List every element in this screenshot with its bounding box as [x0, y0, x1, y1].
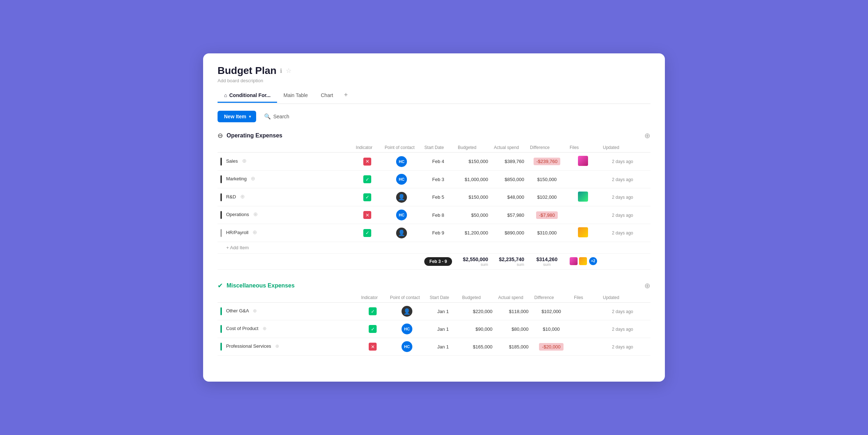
indicator-rd: ✓: [353, 188, 382, 206]
updated-sales: 2 days ago: [600, 153, 636, 171]
add-col-ga[interactable]: ⊕: [253, 308, 257, 313]
updated-cost: 2 days ago: [600, 320, 636, 338]
board-title: Budget Plan: [218, 65, 276, 76]
misc-toggle[interactable]: ✔: [218, 282, 223, 290]
indicator-green: ✓: [363, 175, 371, 183]
indicator-ga: ✓: [358, 303, 387, 320]
search-button[interactable]: 🔍 Search: [260, 110, 293, 123]
tab-conditional-label: Conditional For...: [229, 92, 270, 98]
search-icon: 🔍: [264, 113, 271, 120]
row-bar: [220, 211, 222, 219]
tab-add[interactable]: +: [339, 88, 352, 104]
operating-section-header: ⊖ Operating Expenses ⊕: [218, 131, 650, 140]
contact-ops: HC: [382, 206, 421, 224]
col-date-header: Start Date: [421, 143, 455, 153]
operating-toggle[interactable]: ⊖: [218, 132, 223, 140]
add-item-row[interactable]: + Add Item: [218, 242, 650, 254]
indicator-sales: ✕: [353, 153, 382, 171]
tab-chart[interactable]: Chart: [314, 89, 339, 103]
indicator-red: ✕: [369, 343, 377, 351]
add-col-prof[interactable]: ⊕: [275, 343, 279, 349]
row-name-marketing[interactable]: Marketing ⊕: [218, 171, 353, 188]
row-name-other-ga[interactable]: Other G&A ⊕: [218, 303, 358, 320]
date-hr: Feb 9: [421, 224, 455, 242]
avatar-dark: 👤: [402, 306, 412, 317]
budgeted-marketing: $1,000,000: [455, 171, 491, 188]
actual-hr: $890,000: [491, 224, 527, 242]
contact-prof: HC: [387, 338, 427, 356]
operating-table-header: Indicator Point of contact Start Date Bu…: [218, 143, 650, 153]
add-col-marketing[interactable]: ⊕: [251, 175, 255, 181]
budgeted-prof: $165,000: [459, 338, 495, 356]
table-row: Sales ⊕ ✕ HC Feb 4 $150,000 $389,760 -$2…: [218, 153, 650, 171]
tab-chart-label: Chart: [321, 92, 333, 98]
col-indicator-header: Indicator: [353, 143, 382, 153]
date-prof: Jan 1: [427, 338, 459, 356]
contact-cost: HC: [387, 320, 427, 338]
search-label: Search: [273, 114, 289, 119]
add-item-text[interactable]: + Add Item: [226, 245, 249, 250]
misc-section-title: Miscellaneous Expenses: [227, 282, 295, 289]
add-col-rd[interactable]: ⊕: [240, 193, 245, 199]
info-icon[interactable]: ℹ: [280, 67, 282, 74]
diff-badge-neg: -$7,980: [536, 211, 558, 219]
home-icon: ⌂: [224, 92, 227, 98]
actual-ga: $118,000: [495, 303, 531, 320]
row-name-prof[interactable]: Professional Services ⊕: [218, 338, 358, 356]
add-col-hr[interactable]: ⊕: [253, 229, 257, 235]
actual-marketing: $850,000: [491, 171, 527, 188]
row-name-operations[interactable]: Operations ⊕: [218, 206, 353, 224]
row-name-hr[interactable]: HR/Payroll ⊕: [218, 224, 353, 242]
chevron-down-icon: ▾: [249, 114, 251, 119]
files-marketing: [567, 171, 600, 188]
contact-rd: 👤: [382, 188, 421, 206]
tab-main-table[interactable]: Main Table: [277, 89, 314, 103]
row-bar: [220, 343, 222, 351]
misc-expenses-section: ✔ Miscellaneous Expenses ⊕ Indicator Poi…: [218, 281, 650, 356]
row-bar: [220, 193, 222, 201]
difference-cost: $10,000: [531, 320, 571, 338]
avatar-hc: HC: [402, 341, 412, 352]
summary-files: +2: [567, 254, 600, 270]
difference-hr: $310,000: [527, 224, 567, 242]
star-icon[interactable]: ☆: [286, 67, 291, 75]
file-thumb-multi: [578, 227, 588, 237]
row-bar: [220, 158, 222, 166]
summary-budgeted: $2,550,000 sum: [455, 254, 491, 270]
app-container: Budget Plan ℹ ☆ Add board description ⌂ …: [203, 53, 665, 382]
diff-badge-negative: -$239,760: [534, 158, 561, 165]
col-contact-header: Point of contact: [382, 143, 421, 153]
files-hr: [567, 224, 600, 242]
new-item-button[interactable]: New Item ▾: [218, 111, 256, 122]
indicator-red: ✕: [363, 158, 371, 166]
col-name-header: [218, 143, 353, 153]
row-name-rd[interactable]: R&D ⊕: [218, 188, 353, 206]
budgeted-hr: $1,200,000: [455, 224, 491, 242]
updated-prof: 2 days ago: [600, 338, 636, 356]
add-col-cost[interactable]: ⊕: [263, 326, 267, 331]
date-ops: Feb 8: [421, 206, 455, 224]
actual-prof: $185,000: [495, 338, 531, 356]
add-col-sales[interactable]: ⊕: [242, 158, 247, 164]
file-thumb: [578, 156, 588, 166]
avatar-hc: HC: [396, 174, 407, 185]
avatar-hc: HC: [402, 324, 412, 334]
tab-conditional[interactable]: ⌂ Conditional For...: [218, 89, 277, 103]
difference-sales: -$239,760: [527, 153, 567, 171]
row-name-cost[interactable]: Cost of Product ⊕: [218, 320, 358, 338]
summary-row: Feb 3 - 9 $2,550,000 sum $2,235,740 sum …: [218, 254, 650, 270]
files-rd: [567, 188, 600, 206]
operating-add-icon[interactable]: ⊕: [644, 131, 650, 140]
add-col-ops[interactable]: ⊕: [253, 211, 258, 217]
misc-table: Indicator Point of contact Start Date Bu…: [218, 293, 650, 356]
misc-add-icon[interactable]: ⊕: [644, 281, 650, 290]
col-files-header: Files: [567, 143, 600, 153]
actual-ops: $57,980: [491, 206, 527, 224]
add-item-label[interactable]: + Add Item: [218, 242, 650, 254]
row-bar: [220, 175, 222, 183]
table-row: Cost of Product ⊕ ✓ HC Jan 1 $90,000 $80…: [218, 320, 650, 338]
board-description[interactable]: Add board description: [218, 78, 650, 83]
row-name-sales[interactable]: Sales ⊕: [218, 153, 353, 171]
toolbar: New Item ▾ 🔍 Search: [218, 110, 650, 123]
contact-sales: HC: [382, 153, 421, 171]
